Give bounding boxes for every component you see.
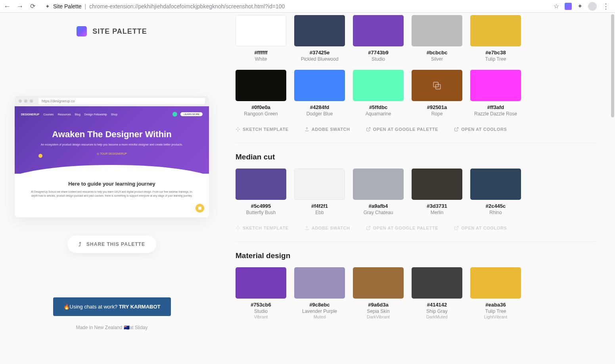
swatch-name: Studio	[236, 308, 286, 314]
swatch-name: Rhino	[470, 210, 521, 215]
swatch-name: Butterfly Bush	[236, 210, 286, 215]
traffic-dot	[30, 100, 33, 103]
color-swatch[interactable]: #414142Ship GrayDarkMuted	[412, 267, 462, 319]
swatch-name: Dodger Blue	[294, 111, 345, 117]
swatch-box[interactable]	[470, 70, 521, 101]
section-title-material: Material design	[236, 251, 596, 260]
swatch-box[interactable]	[294, 169, 345, 200]
adobe-swatch-button[interactable]: ADOBE SWATCH	[305, 127, 350, 132]
swatch-box[interactable]	[353, 267, 404, 299]
color-swatch[interactable]: #9c8ebcLavender PurpleMuted	[294, 267, 345, 319]
swatch-name: Gray Chateau	[353, 210, 404, 215]
swatch-box[interactable]	[236, 15, 286, 46]
color-swatch[interactable]: #3d3731Merlin	[412, 169, 462, 215]
color-swatch[interactable]: #0f0e0aRangoon Green	[236, 70, 286, 117]
swatch-hex: #37425e	[294, 50, 345, 56]
bookmark-icon[interactable]: ☆	[554, 2, 559, 10]
swatch-box[interactable]	[294, 15, 345, 46]
logo-icon	[77, 26, 87, 36]
swatch-box[interactable]	[236, 267, 286, 299]
color-swatch[interactable]: #9a6d3aSepia SkinDarkVibrant	[353, 267, 404, 319]
extensions-icon[interactable]: ✦	[577, 2, 582, 10]
swatch-box[interactable]	[470, 15, 521, 46]
preview-pill: LEARN MORE	[180, 112, 203, 116]
swatch-box[interactable]	[353, 70, 404, 101]
swatch-box[interactable]	[412, 169, 462, 200]
adobe-swatch-button[interactable]: ADOBE SWATCH	[305, 226, 350, 230]
action-row: SKETCH TEMPLATE ADOBE SWATCH OPEN AT GOO…	[236, 127, 596, 132]
color-swatch[interactable]: #7743b9Studio	[353, 15, 404, 62]
swatch-hex: #e7bc38	[470, 50, 521, 56]
swatch-name: Pickled Bluewood	[294, 56, 345, 62]
profile-avatar[interactable]	[588, 2, 597, 11]
color-swatch[interactable]: #5ffdbcAquamarine	[353, 70, 404, 117]
swatch-box[interactable]	[412, 15, 462, 46]
preview-section-body: At DesignerUp School we share content an…	[31, 190, 193, 198]
swatch-box[interactable]	[470, 267, 521, 299]
swatch-box[interactable]	[236, 70, 286, 101]
extension-app-icon[interactable]	[565, 3, 572, 10]
color-swatch[interactable]: #37425ePickled Bluewood	[294, 15, 345, 62]
swatch-subtype: LightVibrant	[470, 314, 521, 319]
menu-icon[interactable]: ⋮	[602, 2, 609, 11]
swatch-hex: #9a6d3a	[353, 302, 404, 308]
main-content: #ffffffWhite#37425ePickled Bluewood#7743…	[224, 13, 615, 364]
swatch-hex: #2c445c	[470, 203, 521, 209]
swatch-box[interactable]	[294, 267, 345, 299]
color-swatch[interactable]: #a9afb4Gray Chateau	[353, 169, 404, 215]
swatch-name: Rangoon Green	[236, 111, 286, 117]
traffic-dot	[24, 100, 27, 103]
swatch-box[interactable]	[412, 267, 462, 299]
forward-button[interactable]: →	[16, 3, 24, 10]
scrollbar[interactable]	[611, 14, 614, 117]
color-swatch[interactable]: #4284fdDodger Blue	[294, 70, 345, 117]
url-path: chrome-extension://pekhihjiehdafocefoimc…	[89, 3, 285, 10]
swatch-name: Aquamarine	[353, 111, 404, 117]
swatch-hex: #0f0e0a	[236, 104, 286, 110]
color-swatch[interactable]: #e7bc38Tulip Tree	[470, 15, 521, 62]
sketch-template-button[interactable]: SKETCH TEMPLATE	[236, 127, 289, 132]
preview-brand: DESIGNERUP	[21, 113, 39, 116]
swatch-box[interactable]	[470, 169, 521, 200]
swatch-name: Studio	[353, 56, 404, 62]
share-label: SHARE THIS PALETTE	[86, 241, 145, 247]
color-swatch[interactable]: #ffffffWhite	[236, 15, 286, 62]
page-title: Site Palette	[53, 3, 82, 10]
swatch-name: Rope	[412, 111, 462, 117]
color-swatch[interactable]: #5c4995Butterfly Bush	[236, 169, 286, 215]
karmabot-banner[interactable]: 🔥Using chats at work? TRY KARMABOT	[53, 297, 171, 316]
color-swatch[interactable]: #bcbcbcSilver	[412, 15, 462, 62]
color-swatch[interactable]: #ff3afdRazzle Dazzle Rose	[470, 70, 521, 117]
color-swatch[interactable]: #f4f2f1Ebb	[294, 169, 345, 215]
swatch-box[interactable]	[412, 70, 462, 101]
color-swatch[interactable]: #eaba36Tulip TreeLightVibrant	[470, 267, 521, 319]
preview-body: DESIGNERUP Courses Resources Blog Design…	[15, 106, 209, 217]
sketch-template-button[interactable]: SKETCH TEMPLATE	[236, 226, 289, 230]
swatch-hex: #5c4995	[236, 203, 286, 209]
copy-icon	[412, 70, 462, 101]
swatch-hex: #753cb6	[236, 302, 286, 308]
swatch-hex: #f4f2f1	[294, 203, 345, 209]
swatch-box[interactable]	[236, 169, 286, 200]
address-bar[interactable]: ✦ Site Palette | chrome-extension://pekh…	[41, 3, 549, 10]
swatch-box[interactable]	[353, 169, 404, 200]
coolors-button[interactable]: OPEN AT COOLORS	[454, 226, 507, 230]
swatch-name: Tulip Tree	[470, 56, 521, 62]
decor-dot	[38, 154, 42, 158]
color-swatch[interactable]: #2c445cRhino	[470, 169, 521, 215]
coolors-button[interactable]: OPEN AT COOLORS	[454, 127, 507, 132]
color-swatch[interactable]: #753cb6StudioVibrant	[236, 267, 286, 319]
swatch-hex: #5ffdbc	[353, 104, 404, 110]
google-palette-button[interactable]: OPEN AT GOOGLE PALETTE	[366, 226, 439, 230]
swatch-box[interactable]	[294, 70, 345, 101]
swatch-name: Ebb	[294, 210, 345, 215]
share-button[interactable]: ⤴ SHARE THIS PALETTE	[67, 236, 156, 253]
swatch-box[interactable]	[353, 15, 404, 46]
back-button[interactable]: ←	[3, 3, 11, 10]
swatch-name: Lavender Purple	[294, 308, 345, 314]
swatch-hex: #4284fd	[294, 104, 345, 110]
color-swatch[interactable]: #92501aRope	[412, 70, 462, 117]
preview-nav-item: Design Fellowship	[84, 113, 107, 116]
reload-button[interactable]: ⟳	[29, 3, 36, 10]
google-palette-button[interactable]: OPEN AT GOOGLE PALETTE	[366, 127, 439, 132]
